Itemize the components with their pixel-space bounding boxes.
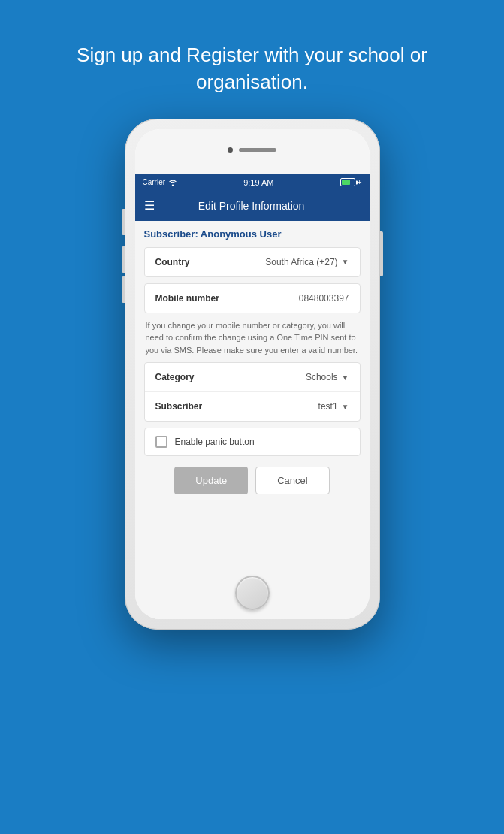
camera-icon bbox=[228, 147, 233, 153]
category-value: Schools ▼ bbox=[238, 372, 349, 382]
phone-frame: Carrier 9:19 AM + ☰ Edit Profile Informa… bbox=[125, 119, 380, 630]
panic-button-label: Enable panic button bbox=[175, 437, 255, 447]
country-value: South Africa (+27) ▼ bbox=[238, 257, 349, 267]
home-button[interactable] bbox=[235, 576, 270, 610]
phone-inner: Carrier 9:19 AM + ☰ Edit Profile Informa… bbox=[135, 129, 370, 619]
panic-button-row: Enable panic button bbox=[144, 428, 361, 456]
hamburger-menu-icon[interactable]: ☰ bbox=[144, 198, 155, 213]
subscriber-field-value: test1 ▼ bbox=[238, 401, 349, 412]
status-carrier: Carrier bbox=[143, 178, 178, 186]
camera-area bbox=[228, 147, 276, 153]
mobile-card: Mobile number 0848003397 bbox=[144, 283, 361, 313]
country-label: Country bbox=[155, 257, 238, 267]
mobile-label: Mobile number bbox=[155, 293, 238, 304]
info-text: If you change your mobile number or cate… bbox=[144, 319, 361, 357]
battery-fill bbox=[342, 180, 350, 185]
subscriber-dropdown-arrow: ▼ bbox=[342, 403, 349, 411]
action-buttons: Update Cancel bbox=[144, 467, 361, 494]
mobile-row[interactable]: Mobile number 0848003397 bbox=[145, 284, 360, 313]
battery-icon bbox=[340, 178, 355, 186]
top-bezel bbox=[135, 129, 370, 174]
nav-title: Edit Profile Information bbox=[164, 200, 340, 212]
panic-button-checkbox[interactable] bbox=[155, 436, 167, 448]
status-right: + bbox=[340, 178, 362, 186]
status-bar: Carrier 9:19 AM + bbox=[135, 174, 370, 191]
category-dropdown-arrow: ▼ bbox=[342, 373, 349, 382]
category-row[interactable]: Category Schools ▼ bbox=[145, 363, 360, 392]
category-label: Category bbox=[155, 372, 238, 382]
update-button[interactable]: Update bbox=[174, 467, 248, 494]
country-dropdown-arrow: ▼ bbox=[342, 258, 349, 266]
bottom-bezel bbox=[135, 567, 370, 619]
country-card: Country South Africa (+27) ▼ bbox=[144, 247, 361, 277]
country-row[interactable]: Country South Africa (+27) ▼ bbox=[145, 248, 360, 276]
wifi-icon bbox=[168, 179, 177, 186]
mobile-value: 0848003397 bbox=[238, 293, 349, 304]
nav-bar: ☰ Edit Profile Information bbox=[135, 191, 370, 221]
content-area: Subscriber: Anonymous User Country South… bbox=[135, 221, 370, 567]
status-time: 9:19 AM bbox=[243, 178, 273, 187]
category-card: Category Schools ▼ Subscriber test1 ▼ bbox=[144, 362, 361, 422]
speaker bbox=[239, 148, 276, 152]
page-header-title: Sign up and Register with your school or… bbox=[0, 41, 504, 96]
subscriber-field-label: Subscriber bbox=[155, 401, 238, 412]
subscriber-row[interactable]: Subscriber test1 ▼ bbox=[145, 392, 360, 421]
cancel-button[interactable]: Cancel bbox=[255, 467, 329, 494]
subscriber-label: Subscriber: Anonymous User bbox=[144, 228, 361, 240]
